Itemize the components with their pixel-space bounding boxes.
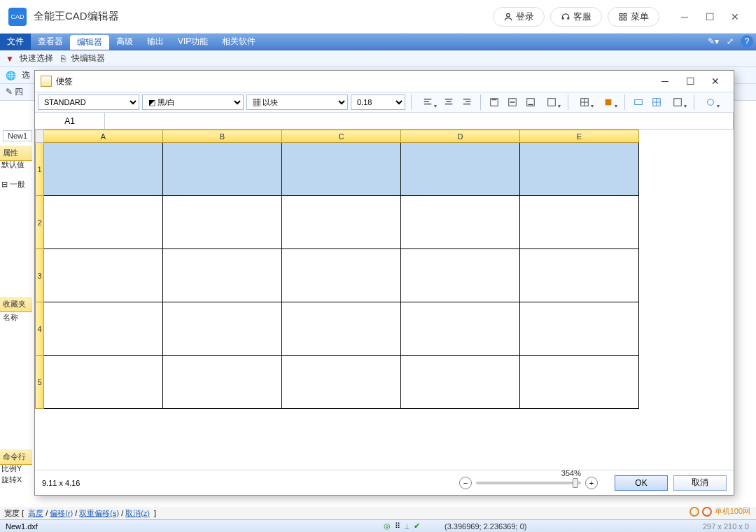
col-C[interactable]: C (282, 130, 401, 143)
grid-dots-icon[interactable]: ⠿ (395, 522, 400, 531)
cell[interactable] (401, 143, 520, 196)
layer-select[interactable]: ▦ 以块 (246, 94, 348, 110)
insert-button[interactable] (700, 94, 721, 110)
menu-button[interactable]: 菜单 (608, 7, 659, 27)
cell[interactable] (44, 196, 163, 249)
cell[interactable] (282, 302, 401, 356)
cell[interactable] (520, 196, 639, 249)
cell[interactable] (163, 249, 282, 302)
cell[interactable] (44, 249, 163, 302)
double-offset-link[interactable]: 双重偏移(s) (79, 508, 119, 519)
customize-icon[interactable]: ✎▾ (707, 35, 720, 48)
cell[interactable] (520, 356, 639, 409)
col-A[interactable]: A (44, 130, 163, 143)
maximize-button[interactable]: ☐ (697, 7, 722, 27)
properties-header[interactable]: 属性 (0, 146, 32, 161)
cmdline-header[interactable]: 命令行 (0, 449, 32, 465)
align-center-h-button[interactable] (441, 94, 456, 110)
close-button[interactable]: ✕ (722, 7, 748, 27)
col-D[interactable]: D (401, 130, 520, 143)
cell[interactable] (520, 249, 639, 302)
polar-icon[interactable]: ✔ (414, 522, 420, 531)
cell[interactable] (163, 196, 282, 249)
cell-ref[interactable]: A1 (35, 113, 105, 129)
merge-cells-button[interactable] (631, 94, 646, 110)
cell[interactable] (163, 143, 282, 196)
login-button[interactable]: 登录 (493, 7, 545, 27)
offset-link[interactable]: 偏移(r) (50, 508, 73, 519)
favorites-header[interactable]: 收藏夹 (0, 297, 32, 312)
cell-format-button[interactable] (667, 94, 688, 110)
align-middle-button[interactable] (505, 94, 520, 110)
cell[interactable] (401, 196, 520, 249)
row-2[interactable]: 2 (36, 196, 44, 249)
tab-editor[interactable]: 编辑器 (70, 35, 109, 50)
cell[interactable] (282, 356, 401, 409)
zoom-thumb[interactable] (573, 478, 578, 488)
osnap-icon[interactable]: ◎ (384, 522, 391, 531)
ok-button[interactable]: OK (615, 475, 668, 491)
valign-menu-button[interactable] (541, 94, 562, 110)
align-top-button[interactable] (486, 94, 502, 110)
help-icon[interactable]: ? (741, 35, 753, 48)
cell[interactable] (401, 249, 520, 302)
cell[interactable] (520, 302, 639, 356)
cell[interactable] (44, 356, 163, 409)
cancel-link[interactable]: 取消(z) (125, 508, 150, 519)
cell[interactable] (520, 143, 639, 196)
cell[interactable] (44, 143, 163, 196)
formula-bar[interactable] (105, 113, 734, 129)
sheet-area[interactable]: A B C D E 1 2 3 4 5 (35, 130, 734, 470)
cell[interactable] (282, 196, 401, 249)
align-left-button[interactable] (417, 94, 438, 110)
color-select[interactable]: ◩ 黑/白 (142, 94, 244, 110)
quick-edit-label[interactable]: 快编辑器 (71, 52, 105, 64)
fill-color-button[interactable] (598, 94, 619, 110)
expand-icon[interactable]: ⤢ (724, 35, 736, 48)
cell[interactable] (163, 356, 282, 409)
row-4[interactable]: 4 (36, 302, 44, 356)
cell[interactable] (282, 249, 401, 302)
dialog-maximize-button[interactable]: ☐ (678, 76, 703, 87)
watermark-icon (690, 507, 699, 517)
tab-file[interactable]: 文件 (0, 34, 31, 50)
ortho-icon[interactable]: ⟂ (405, 522, 410, 531)
cell[interactable] (401, 356, 520, 409)
align-right-button[interactable] (459, 94, 475, 110)
tab-output[interactable]: 输出 (140, 34, 171, 50)
service-button[interactable]: 客服 (550, 7, 602, 27)
tab-viewer[interactable]: 查看器 (31, 34, 70, 50)
zoom-slider[interactable]: 354% (476, 482, 581, 484)
cell[interactable] (401, 302, 520, 356)
lineweight-select[interactable]: 0.18 (351, 94, 405, 110)
row-5[interactable]: 5 (36, 356, 44, 409)
quick-select-label[interactable]: 快速选择 (20, 52, 53, 64)
svg-rect-8 (548, 99, 556, 106)
unmerge-cells-button[interactable] (649, 94, 664, 110)
cell[interactable] (282, 143, 401, 196)
tab-related[interactable]: 相关软件 (215, 34, 262, 50)
dialog-minimize-button[interactable]: ─ (652, 76, 678, 87)
cell[interactable] (163, 302, 282, 356)
cell-ref-row: A1 (35, 113, 734, 130)
tab-vip[interactable]: VIP功能 (171, 34, 215, 50)
style-select[interactable]: STANDARD (38, 94, 139, 110)
height-link[interactable]: 高度 (28, 508, 43, 519)
tab-advanced[interactable]: 高级 (109, 34, 140, 50)
row-3[interactable]: 3 (36, 249, 44, 302)
zoom-out-button[interactable]: − (459, 477, 472, 489)
select-all-corner[interactable] (36, 130, 44, 143)
cell[interactable] (44, 302, 163, 356)
border-grid-button[interactable] (574, 94, 595, 110)
col-E[interactable]: E (520, 130, 639, 143)
general-label[interactable]: ⊟ 一般 (1, 179, 25, 190)
col-B[interactable]: B (163, 130, 282, 143)
doc-tab[interactable]: New1 (3, 130, 32, 141)
row-1[interactable]: 1 (36, 143, 44, 196)
select-label[interactable]: 选 (22, 69, 30, 81)
minimize-button[interactable]: ─ (672, 7, 697, 27)
zoom-in-button[interactable]: + (585, 477, 598, 489)
dialog-close-button[interactable]: ✕ (703, 76, 728, 87)
align-bottom-button[interactable] (523, 94, 538, 110)
cancel-button[interactable]: 取消 (673, 475, 727, 491)
